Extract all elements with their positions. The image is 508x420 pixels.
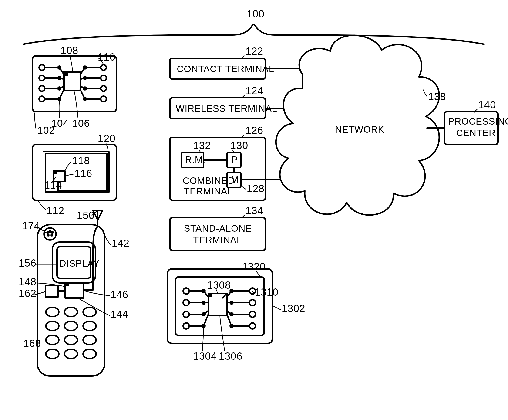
wireless-terminal-label: WIRELESS TERMINAL	[176, 103, 277, 114]
ref-102: 102	[37, 125, 55, 136]
center-label: CENTER	[456, 128, 496, 138]
svg-point-60	[46, 349, 59, 359]
svg-point-43	[47, 234, 49, 236]
ref-122: 122	[245, 45, 263, 57]
svg-point-56	[83, 321, 96, 330]
svg-point-39	[44, 228, 56, 240]
ref-1308: 1308	[207, 279, 231, 291]
processing-label: PROCESSING	[448, 116, 508, 127]
ref-142: 142	[112, 238, 129, 249]
svg-point-44	[51, 234, 53, 236]
ref-1310: 1310	[255, 286, 279, 298]
ref-144: 144	[110, 308, 128, 320]
card-102: 108 110 104 106 102	[33, 45, 116, 136]
ref-118: 118	[72, 155, 90, 166]
overall-brace: 100	[23, 8, 484, 44]
standalone-label-1: STAND-ALONE	[184, 223, 252, 233]
contact-terminal: CONTACT TERMINAL 122	[170, 45, 308, 79]
ref-100: 100	[247, 8, 264, 20]
ref-128: 128	[247, 183, 264, 194]
svg-point-10	[39, 86, 45, 91]
combined-label-1: COMBINED	[183, 176, 235, 186]
svg-point-81	[183, 288, 189, 294]
svg-point-6	[39, 75, 45, 81]
ref-124: 124	[245, 85, 263, 96]
card-1302: 1320 1308 1310 1302 1304 1306	[168, 261, 305, 362]
ref-1306: 1306	[219, 350, 243, 362]
rm-label: R.M.	[185, 155, 206, 165]
svg-rect-36	[53, 171, 56, 173]
diagram-root: 100 108 110 104 106 102	[0, 0, 508, 420]
phone-142: DISPLAY 150 174 142 156 148 162 146 144 …	[19, 210, 129, 376]
svg-rect-49	[65, 283, 68, 286]
svg-rect-75	[170, 218, 265, 250]
network-cloud: NETWORK 138	[276, 35, 446, 215]
svg-point-40	[47, 232, 48, 233]
svg-point-26	[101, 86, 106, 91]
svg-point-58	[65, 335, 77, 345]
svg-point-57	[46, 335, 59, 345]
wireless-terminal: WIRELESS TERMINAL 124	[170, 85, 297, 119]
standalone-terminal: STAND-ALONE TERMINAL 134	[170, 205, 265, 250]
svg-point-85	[183, 300, 189, 306]
svg-rect-47	[45, 285, 58, 297]
card-112: 120 118 116 114 112	[33, 133, 116, 216]
ref-130: 130	[230, 140, 248, 151]
svg-point-41	[49, 231, 51, 232]
contact-terminal-label: CONTACT TERMINAL	[177, 64, 274, 74]
ref-134: 134	[245, 205, 263, 216]
svg-point-18	[101, 65, 106, 70]
svg-point-30	[101, 96, 106, 102]
ref-162: 162	[19, 287, 36, 299]
processing-center: PROCESSING CENTER 140	[444, 99, 508, 144]
network-label: NETWORK	[335, 124, 384, 135]
ref-108: 108	[60, 45, 78, 56]
ref-1304: 1304	[193, 350, 217, 362]
ref-110: 110	[98, 51, 115, 63]
ref-148: 148	[19, 276, 36, 287]
ref-132: 132	[193, 140, 211, 151]
svg-point-42	[52, 232, 53, 233]
svg-point-93	[183, 323, 189, 329]
svg-point-53	[83, 307, 96, 317]
combined-label-2: TERMINAL	[184, 186, 233, 196]
svg-point-14	[39, 96, 45, 102]
ref-116: 116	[74, 168, 92, 179]
svg-point-101	[250, 300, 256, 306]
svg-point-62	[83, 349, 96, 359]
svg-point-109	[250, 323, 256, 329]
svg-point-89	[183, 311, 189, 317]
svg-point-61	[65, 349, 77, 359]
p-label: P	[232, 155, 238, 165]
svg-point-2	[39, 65, 45, 70]
ref-168: 168	[23, 338, 41, 349]
svg-point-55	[65, 321, 77, 330]
ref-156: 156	[19, 257, 36, 269]
standalone-label-2: TERMINAL	[193, 235, 242, 245]
ref-126: 126	[245, 125, 263, 136]
ref-174: 174	[22, 220, 40, 232]
svg-point-59	[83, 335, 96, 345]
ref-120: 120	[98, 133, 115, 144]
ref-146: 146	[110, 289, 128, 300]
ref-106: 106	[72, 118, 90, 129]
svg-point-105	[250, 311, 256, 317]
svg-point-52	[65, 307, 77, 317]
ref-138: 138	[428, 91, 446, 102]
ref-1302: 1302	[282, 303, 305, 314]
ref-140: 140	[478, 99, 496, 110]
svg-point-22	[101, 75, 106, 81]
svg-point-51	[46, 307, 59, 317]
ref-1320: 1320	[242, 261, 266, 272]
svg-point-54	[46, 321, 59, 330]
ref-112: 112	[46, 205, 64, 216]
